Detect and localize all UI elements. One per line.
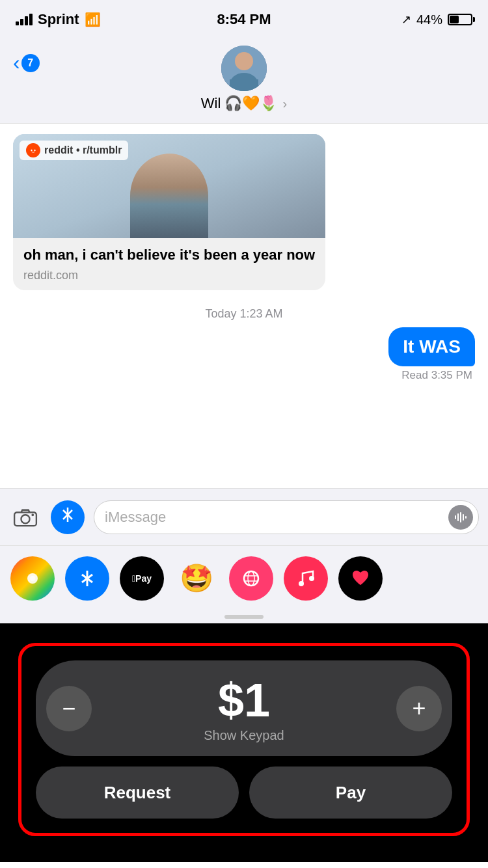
reddit-source-label: reddit • r/tumblr — [44, 144, 122, 156]
app-drawer-button[interactable] — [51, 500, 85, 534]
applepay-panel: − $1 Show Keypad + Request Pay — [0, 623, 488, 862]
read-receipt: Read 3:35 PM — [401, 369, 475, 382]
decrement-button[interactable]: − — [46, 686, 92, 731]
svg-rect-17 — [465, 516, 467, 519]
sent-message-bubble: It WAS — [388, 327, 475, 366]
reddit-alien-icon — [29, 146, 38, 155]
appstore-grid-icon — [58, 505, 77, 524]
camera-button[interactable] — [9, 501, 42, 534]
request-button[interactable]: Request — [36, 766, 239, 819]
search-app-icon[interactable] — [229, 556, 273, 601]
amount-display: $1 Show Keypad — [92, 673, 396, 743]
scroll-indicator — [0, 610, 488, 623]
avatar-image — [221, 46, 267, 91]
back-badge-count: 7 — [21, 54, 40, 72]
svg-point-8 — [21, 515, 29, 523]
appstore-icon-main — [75, 567, 99, 590]
contact-detail-chevron-icon: › — [282, 96, 287, 111]
message-timestamp: Today 1:23 AM — [0, 307, 488, 321]
back-chevron-icon: ‹ — [13, 51, 20, 75]
voice-waveform-icon — [454, 510, 468, 524]
signal-bar-4 — [29, 14, 33, 25]
svg-point-23 — [244, 571, 258, 586]
heart-icon — [349, 567, 372, 590]
appstore-app-icon[interactable] — [65, 556, 109, 601]
messages-area: reddit • r/tumblr oh man, i can't believ… — [0, 124, 488, 488]
show-keypad-label[interactable]: Show Keypad — [204, 728, 284, 743]
svg-point-28 — [309, 576, 314, 581]
scroll-pill — [224, 615, 264, 619]
camera-icon — [13, 508, 38, 527]
pay-button[interactable]: Pay — [249, 766, 452, 819]
time-display: 8:54 PM — [217, 11, 271, 28]
increment-button[interactable]: + — [396, 686, 442, 731]
heart-app-icon[interactable] — [338, 556, 383, 601]
applepay-content-box: − $1 Show Keypad + Request Pay — [18, 643, 470, 836]
reddit-card-image: reddit • r/tumblr — [13, 134, 325, 238]
battery-percent: 44% — [416, 12, 442, 27]
reddit-card-url: reddit.com — [23, 269, 315, 282]
location-icon: ↗ — [401, 12, 411, 27]
signal-bar-1 — [16, 21, 19, 25]
appstore-icon — [58, 505, 77, 529]
applepay-app-icon[interactable]: Pay — [120, 556, 164, 601]
message-input-bar: iMessage — [0, 488, 488, 545]
applepay-label: Pay — [132, 573, 152, 584]
status-bar: Sprint 📶 8:54 PM ↗ 44% — [0, 0, 488, 39]
svg-point-1 — [235, 52, 253, 70]
svg-point-27 — [299, 581, 304, 586]
image-person-silhouette — [130, 154, 208, 238]
battery-indicator — [448, 14, 472, 25]
contact-avatar[interactable] — [221, 46, 267, 91]
dollar-amount-label: $1 — [218, 673, 270, 727]
amount-selector-row: − $1 Show Keypad + — [36, 660, 452, 756]
music-app-icon[interactable] — [284, 556, 328, 601]
conversation-header: ‹ 7 Wil 🎧🧡🌷 › — [0, 39, 488, 124]
svg-rect-3 — [230, 79, 258, 91]
svg-point-4 — [29, 146, 38, 155]
reddit-card-title: oh man, i can't believe it's been a year… — [23, 246, 315, 265]
battery-box — [448, 14, 472, 25]
read-label: Read — [401, 369, 428, 381]
contact-name-row[interactable]: Wil 🎧🧡🌷 › — [201, 95, 287, 112]
photos-app-icon[interactable] — [10, 556, 55, 601]
status-right: ↗ 44% — [401, 12, 472, 27]
read-time: 3:35 PM — [431, 369, 472, 381]
svg-point-5 — [31, 150, 32, 151]
reddit-logo-bar: reddit • r/tumblr — [20, 141, 128, 160]
message-text-input[interactable]: iMessage — [94, 500, 479, 534]
search-globe-icon — [239, 567, 263, 590]
message-input-placeholder: iMessage — [105, 509, 166, 526]
music-note-icon — [295, 567, 317, 590]
signal-bars — [16, 14, 33, 25]
svg-point-24 — [248, 571, 254, 586]
back-button[interactable]: ‹ 7 — [13, 51, 40, 75]
wifi-icon: 📶 — [85, 12, 101, 27]
svg-point-6 — [34, 150, 35, 151]
battery-fill — [450, 16, 459, 23]
signal-bar-2 — [20, 19, 23, 25]
photos-icon — [21, 567, 44, 590]
status-left: Sprint 📶 — [16, 11, 101, 28]
svg-rect-13 — [455, 515, 456, 519]
avatar-svg — [221, 46, 267, 91]
reddit-link-card[interactable]: reddit • r/tumblr oh man, i can't believ… — [13, 134, 325, 290]
svg-rect-15 — [460, 512, 461, 522]
signal-bar-3 — [25, 16, 28, 25]
payment-action-row: Request Pay — [36, 766, 452, 819]
contact-name: Wil 🎧🧡🌷 — [201, 95, 278, 112]
sent-message-wrapper: It WAS Read 3:35 PM — [0, 327, 488, 382]
memoji-app-icon[interactable]: 🤩 — [174, 556, 219, 601]
app-icons-row: Pay 🤩 — [0, 545, 488, 610]
memoji-emoji: 🤩 — [180, 562, 213, 594]
svg-rect-14 — [457, 513, 459, 521]
svg-point-19 — [30, 576, 35, 581]
svg-point-9 — [31, 513, 34, 516]
svg-rect-16 — [463, 514, 464, 521]
reddit-logo-icon — [26, 143, 40, 157]
voice-message-button[interactable] — [448, 505, 473, 530]
carrier-label: Sprint — [38, 11, 79, 28]
reddit-card-body: oh man, i can't believe it's been a year… — [13, 238, 325, 290]
